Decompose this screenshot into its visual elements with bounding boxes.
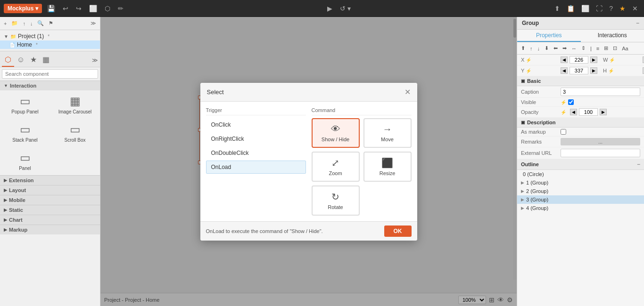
trigger-onload[interactable]: OnLoad [206,161,306,174]
ext-url-input[interactable] [561,149,640,157]
tree-project[interactable]: ▼ 📁 Project (1) * [0,32,100,40]
extension-section-header[interactable]: ▶ Extension [0,175,100,185]
align-right-button[interactable]: ➡ [561,44,569,52]
tree-add-button[interactable]: + [2,20,8,27]
remarks-button[interactable]: ... [561,138,640,145]
outline-item-2[interactable]: ▶ 2 (Group) [517,187,644,195]
as-markup-checkbox[interactable] [561,129,566,135]
layout-section-header[interactable]: ▶ Layout [0,185,100,195]
align-more-button[interactable]: ⊡ [611,44,619,52]
x-left-btn[interactable]: ◀ [561,56,568,63]
align-row-button[interactable]: ≡ [594,45,601,52]
y-lightning: ⚡ [526,68,531,73]
basic-section-header[interactable]: ▣ Basic [517,76,644,86]
command-zoom[interactable]: ⤢ Zoom [312,152,360,182]
tree-zoom-button[interactable]: 🔍 [35,19,46,27]
y-left-btn[interactable]: ◀ [561,67,568,74]
save-button[interactable]: 💾 [45,3,58,14]
close-button[interactable]: ✕ [630,3,640,14]
refresh-button[interactable]: ↺ ▾ [338,3,353,14]
opacity-left-btn[interactable]: ◀ [570,109,577,115]
outline-collapse-button[interactable]: − [637,161,640,168]
tab-emoji[interactable]: ☺ [14,54,27,67]
component-list-scroll: ▼ Interaction ▭ Popup Panel ▦ Image Caro… [0,81,100,306]
comp-scroll-box[interactable]: ▭ Scroll Box [50,119,100,147]
align-center-h-button[interactable]: ↔ [570,45,578,52]
chart-section-header[interactable]: ▶ Chart [0,215,100,225]
project-icon: 📁 [10,34,16,39]
search-input[interactable] [2,69,98,79]
mobile-section-header[interactable]: ▶ Mobile [0,195,100,205]
comp-image-carousel[interactable]: ▦ Image Carousel [50,90,100,119]
x-input[interactable] [570,56,588,64]
command-show-hide[interactable]: 👁 Show / Hide [312,118,360,148]
preview-button[interactable]: 📋 [564,3,577,14]
opacity-input[interactable] [579,108,598,116]
modal-overlay: Select ✕ Trigger OnClick OnRightClick On… [100,17,517,306]
move-label: Move [381,137,394,142]
trigger-onrightclick[interactable]: OnRightClick [206,132,306,145]
distribute-v-button[interactable]: ⇕ [579,44,587,52]
static-section-header[interactable]: ▶ Static [0,205,100,215]
fullscreen-button[interactable]: ⛶ [594,3,605,14]
caption-input[interactable] [561,88,640,96]
align-bottom-button[interactable]: ⬇ [543,44,551,52]
tab-basic[interactable]: ⬡ [2,53,14,67]
tree-down-button[interactable]: ↓ [28,20,35,27]
undo-button[interactable]: ↩ [60,3,71,14]
right-panel-collapse-button[interactable]: − [636,20,639,26]
frame-button[interactable]: ⬜ [87,3,99,14]
y-input[interactable] [570,67,588,74]
interaction-section-header[interactable]: ▼ Interaction [0,81,100,90]
command-move[interactable]: → Move [363,118,412,148]
align-top-button[interactable]: ⬆ [519,44,527,52]
modal-ok-button[interactable]: OK [384,225,412,237]
tab-interactions[interactable]: Interactions [581,30,644,42]
logo-button[interactable]: Mockplus ▾ [4,4,42,13]
transform-button[interactable]: ⬡ [102,3,113,14]
star-button[interactable]: ★ [617,3,628,14]
align-up-button[interactable]: ↑ [528,45,535,52]
modal-close-button[interactable]: ✕ [405,88,411,97]
outline-item-4[interactable]: ▶ 4 (Group) [517,204,644,212]
align-col-button[interactable]: | [588,45,594,52]
markup-section-header[interactable]: ▶ Markup [0,225,100,234]
markup-label: Markup [9,227,27,233]
align-left-button[interactable]: ⬅ [552,44,560,52]
redo-button[interactable]: ↪ [74,3,84,14]
y-right-btn[interactable]: ▶ [590,67,597,74]
command-rotate[interactable]: ↻ Rotate [312,185,360,216]
canvas-area[interactable]: 3 Project - Project - Home 100% 50% 75% … [100,17,517,306]
comp-stack-panel[interactable]: ▭ Stack Panel [0,119,50,147]
play-button[interactable]: ▶ [325,3,335,14]
opacity-right-btn[interactable]: ▶ [600,109,607,115]
tree-flag-button[interactable]: ⚑ [47,19,55,27]
visible-checkbox[interactable] [568,99,574,105]
tab-more-button[interactable]: ≫ [92,57,98,64]
tree-home[interactable]: 📄 Home * [0,40,100,49]
x-right-btn[interactable]: ▶ [590,56,597,63]
trigger-onclick[interactable]: OnClick [206,118,306,131]
help-button[interactable]: ? [607,3,615,14]
marker-button[interactable]: ✏ [116,3,126,14]
outline-item-3[interactable]: ▶ 3 (Group) [517,195,644,204]
window-button[interactable]: ⬜ [579,3,592,14]
description-section-header[interactable]: ▣ Description [517,118,644,128]
tree-folder-button[interactable]: 📁 [9,19,20,27]
trigger-ondoubleclick[interactable]: OnDoubleClick [206,146,306,160]
align-grid-button[interactable]: ⊞ [602,44,610,52]
outline-item-1[interactable]: ▶ 1 (Group) [517,178,644,187]
command-resize[interactable]: ⬛ Resize [363,152,412,182]
comp-popup-panel[interactable]: ▭ Popup Panel [0,90,50,119]
share-button[interactable]: ⬆ [552,3,562,14]
align-down-button[interactable]: ↓ [536,45,542,52]
tab-favorite[interactable]: ★ [27,53,40,67]
tree-more-button[interactable]: ≫ [89,19,98,27]
tab-properties[interactable]: Properties [517,30,581,42]
tab-grid[interactable]: ▦ [40,53,52,67]
comp-panel[interactable]: ▭ Panel [0,147,50,175]
scroll-box-icon: ▭ [70,123,81,136]
outline-item-0[interactable]: 0 (Circle) [517,170,644,178]
tree-up-button[interactable]: ↑ [21,20,27,27]
format-button[interactable]: Aa [620,45,630,52]
